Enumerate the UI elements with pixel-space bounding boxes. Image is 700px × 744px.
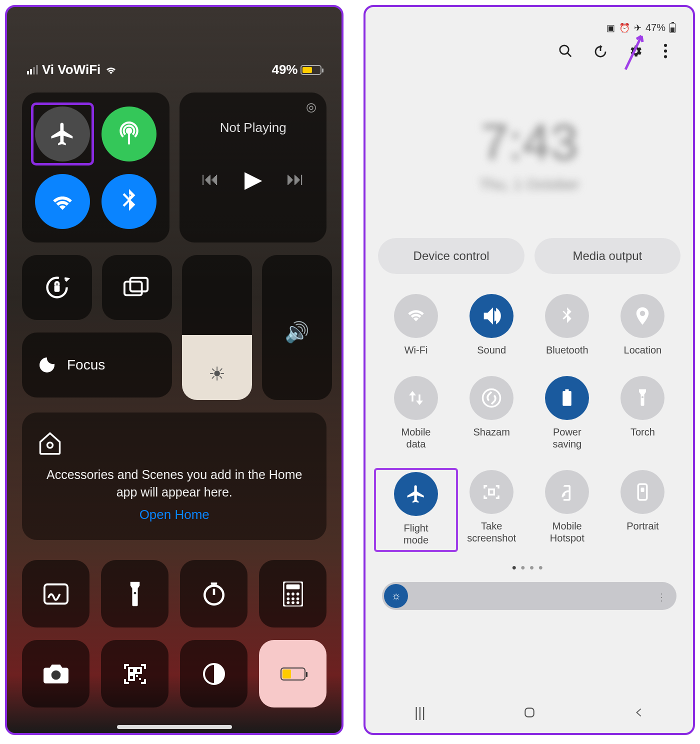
open-home-link[interactable]: Open Home bbox=[37, 507, 312, 522]
calculator-button[interactable] bbox=[259, 560, 326, 628]
page-indicator[interactable]: ●●●● bbox=[378, 563, 680, 572]
settings-button[interactable] bbox=[628, 44, 643, 58]
svg-rect-22 bbox=[129, 675, 134, 680]
clock-date: Thu, 1 October bbox=[378, 176, 680, 193]
focus-button[interactable]: Focus bbox=[22, 332, 172, 398]
svg-rect-2 bbox=[124, 282, 142, 295]
prev-track-button[interactable]: ⏮ bbox=[202, 168, 220, 190]
next-track-button[interactable]: ⏭ bbox=[286, 168, 304, 190]
media-output-button[interactable]: Media output bbox=[534, 238, 680, 274]
qs-label: MobileHotspot bbox=[550, 520, 584, 544]
battery-low-icon bbox=[280, 668, 306, 680]
airplane-highlight bbox=[31, 102, 94, 166]
qs-powersave-tile[interactable]: Powersaving bbox=[530, 376, 605, 450]
calculator-icon bbox=[283, 582, 303, 606]
qs-flight-tile[interactable]: Flightmode bbox=[374, 468, 458, 552]
wifi-button[interactable] bbox=[35, 174, 90, 229]
airplay-icon[interactable]: ◎ bbox=[306, 100, 316, 114]
wifi-icon bbox=[104, 65, 118, 75]
svg-point-19 bbox=[51, 670, 60, 680]
svg-point-30 bbox=[664, 55, 667, 58]
orientation-lock-button[interactable] bbox=[22, 255, 92, 320]
qs-screenshot-tile[interactable]: Takescreenshot bbox=[454, 470, 530, 548]
ios-control-center: Vi VoWiFi 49% ◎ Not bbox=[5, 5, 344, 735]
recents-button[interactable]: ||| bbox=[414, 704, 426, 720]
brightness-menu-icon[interactable]: ⋮ bbox=[656, 591, 666, 603]
svg-point-28 bbox=[664, 44, 667, 47]
qs-label: Mobiledata bbox=[402, 426, 431, 450]
media-tile[interactable]: ◎ Not Playing ⏮ ▶ ⏭ bbox=[180, 92, 327, 242]
qs-portrait-tile[interactable]: Portrait bbox=[605, 470, 680, 548]
timer-button[interactable] bbox=[180, 560, 248, 628]
power-button[interactable] bbox=[593, 44, 608, 58]
airplane-mode-button[interactable] bbox=[35, 106, 90, 162]
home-icon bbox=[37, 430, 312, 456]
focus-label: Focus bbox=[67, 357, 105, 373]
sound-icon bbox=[470, 294, 514, 338]
svg-rect-20 bbox=[129, 668, 134, 673]
moon-icon bbox=[37, 355, 57, 375]
torch-icon bbox=[620, 376, 664, 420]
gear-icon bbox=[628, 44, 643, 58]
portrait-icon bbox=[620, 470, 664, 514]
screen-mirroring-button[interactable] bbox=[102, 255, 172, 320]
svg-point-7 bbox=[204, 586, 224, 604]
brightness-knob[interactable]: ☼ bbox=[384, 584, 408, 608]
volume-slider[interactable]: 🔊 bbox=[262, 255, 332, 400]
device-control-button[interactable]: Device control bbox=[378, 238, 524, 274]
bluetooth-icon bbox=[122, 189, 136, 214]
qs-location-tile[interactable]: Location bbox=[605, 294, 680, 356]
camera-button[interactable] bbox=[22, 640, 90, 708]
qs-hotspot-tile[interactable]: MobileHotspot bbox=[530, 470, 605, 548]
dark-mode-button[interactable] bbox=[180, 640, 248, 708]
svg-point-18 bbox=[296, 601, 300, 604]
airplane-status-icon: ✈ bbox=[634, 22, 642, 34]
carrier-label: Vi VoWiFi bbox=[42, 62, 100, 78]
search-button[interactable] bbox=[558, 44, 573, 58]
qs-bluetooth-tile[interactable]: Bluetooth bbox=[530, 294, 605, 356]
svg-point-15 bbox=[296, 597, 300, 600]
android-toolbar bbox=[378, 34, 680, 58]
bluetooth-button[interactable] bbox=[102, 174, 156, 229]
svg-rect-1 bbox=[54, 286, 60, 292]
svg-point-29 bbox=[664, 50, 667, 52]
flight-icon bbox=[394, 472, 438, 516]
svg-point-12 bbox=[296, 592, 300, 596]
qs-shazam-tile[interactable]: Shazam bbox=[454, 376, 530, 450]
hotspot-icon bbox=[545, 470, 589, 514]
qs-label: Torch bbox=[630, 426, 655, 438]
mirroring-icon bbox=[124, 276, 150, 298]
freeform-icon bbox=[44, 583, 68, 605]
brightness-icon: ☀ bbox=[208, 363, 226, 385]
back-button[interactable] bbox=[634, 707, 644, 718]
qs-torch-tile[interactable]: Torch bbox=[605, 376, 680, 450]
svg-point-32 bbox=[642, 396, 644, 398]
svg-rect-36 bbox=[525, 708, 534, 716]
play-button[interactable]: ▶ bbox=[244, 166, 262, 192]
mobiledata-icon bbox=[394, 376, 438, 420]
ios-status-bar: Vi VoWiFi 49% bbox=[22, 27, 326, 92]
power-icon bbox=[593, 44, 608, 58]
svg-point-11 bbox=[292, 592, 294, 596]
shazam-icon bbox=[470, 376, 514, 420]
freeform-button[interactable] bbox=[22, 560, 90, 628]
cellular-data-button[interactable] bbox=[102, 106, 156, 162]
svg-rect-21 bbox=[136, 668, 141, 673]
flashlight-button[interactable] bbox=[101, 560, 168, 628]
qs-wifi-tile[interactable]: Wi-Fi bbox=[378, 294, 454, 356]
brightness-slider[interactable]: ☼ ⋮ bbox=[382, 582, 676, 610]
low-power-button[interactable] bbox=[259, 640, 326, 708]
home-button[interactable] bbox=[523, 706, 536, 719]
location-icon bbox=[620, 294, 664, 338]
qs-label: Takescreenshot bbox=[467, 520, 516, 544]
qs-label: Wi-Fi bbox=[404, 344, 428, 356]
qs-sound-tile[interactable]: Sound bbox=[454, 294, 530, 356]
qs-label: Sound bbox=[477, 344, 506, 356]
more-button[interactable] bbox=[663, 44, 668, 58]
home-tile[interactable]: Accessories and Scenes you add in the Ho… bbox=[22, 412, 326, 540]
qr-scanner-button[interactable] bbox=[101, 640, 168, 708]
brightness-slider[interactable]: ☀ bbox=[182, 255, 252, 400]
rotation-lock-icon bbox=[44, 274, 70, 300]
qs-mobiledata-tile[interactable]: Mobiledata bbox=[378, 376, 454, 450]
home-indicator[interactable] bbox=[117, 725, 232, 729]
